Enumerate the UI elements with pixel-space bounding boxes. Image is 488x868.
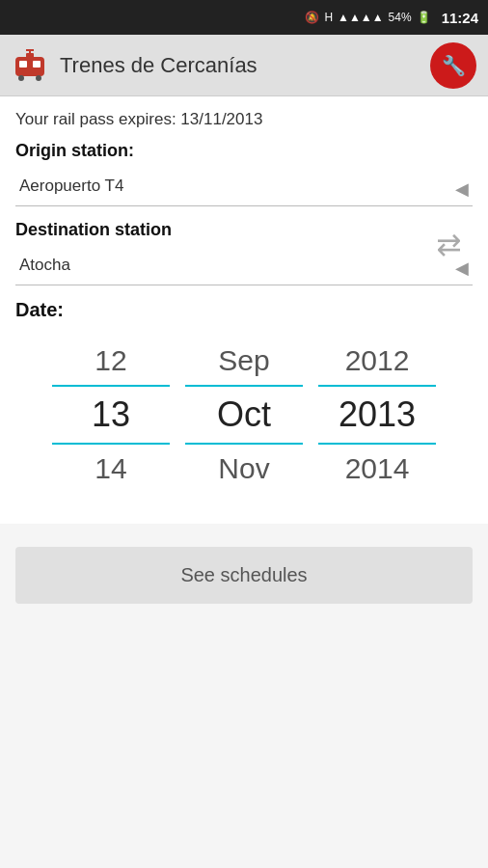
expiry-notice: Your rail pass expires: 13/11/2013 (15, 110, 473, 129)
picker-top-line (15, 385, 473, 387)
app-header: Trenes de Cercanías 🔧 (0, 35, 488, 96)
header-left: Trenes de Cercanías (12, 47, 258, 84)
picker-next-year: 2014 (311, 447, 444, 491)
picker-line-year-bottom (318, 443, 436, 445)
picker-prev-month: Sep (177, 339, 311, 383)
svg-rect-1 (19, 61, 27, 68)
see-schedules-button[interactable]: See schedules (15, 547, 473, 604)
status-bar: 🔕 H ▲▲▲▲ 54% 🔋 11:24 (0, 0, 488, 35)
origin-station-row[interactable]: Aeropuerto T4 ◀ (15, 167, 473, 206)
picker-selected-row: 13 Oct 2013 (15, 389, 473, 441)
picker-next-month: Nov (177, 447, 311, 491)
origin-station-value: Aeropuerto T4 (19, 176, 469, 196)
origin-chevron-icon: ◀ (455, 178, 469, 200)
battery-text: 54% (389, 11, 412, 24)
picker-prev-row: 12 Sep 2012 (15, 339, 473, 383)
silent-icon: 🔕 (305, 11, 319, 24)
picker-prev-year: 2012 (311, 339, 444, 383)
picker-line-month-top (185, 385, 303, 387)
picker-line-month-bottom (185, 443, 303, 445)
wrench-icon: 🔧 (442, 54, 466, 77)
svg-rect-2 (33, 61, 41, 68)
date-label: Date: (15, 299, 473, 321)
svg-point-4 (36, 75, 41, 81)
picker-selected-year: 2013 (311, 389, 444, 441)
destination-station-value: Atocha (19, 256, 469, 275)
battery-icon: 🔋 (417, 11, 431, 24)
picker-next-row: 14 Nov 2014 (15, 447, 473, 491)
swap-icon: ⇅ (429, 232, 466, 258)
signal-icon: ▲▲▲▲ (338, 11, 384, 24)
destination-label: Destination station (15, 220, 473, 240)
status-time: 11:24 (442, 10, 478, 26)
picker-bottom-line (15, 443, 473, 445)
origin-label: Origin station: (15, 141, 473, 161)
svg-point-3 (18, 75, 24, 81)
svg-rect-5 (26, 53, 34, 58)
picker-line-day-bottom (52, 443, 170, 445)
main-content: Your rail pass expires: 13/11/2013 Origi… (0, 96, 488, 524)
picker-selected-day: 13 (44, 389, 177, 441)
destination-station-row[interactable]: Atocha ◀ (15, 246, 473, 285)
picker-next-day: 14 (44, 447, 177, 491)
swap-stations-button[interactable]: ⇅ (422, 220, 473, 270)
settings-button[interactable]: 🔧 (430, 42, 476, 89)
network-icon: H (324, 11, 333, 24)
date-picker[interactable]: 12 Sep 2012 13 Oct 2013 14 Nov 2014 (15, 339, 473, 491)
picker-line-day-top (52, 385, 170, 387)
picker-line-year-top (318, 385, 436, 387)
picker-selected-month: Oct (177, 389, 311, 441)
train-icon (12, 47, 48, 84)
status-icons: 🔕 H ▲▲▲▲ 54% 🔋 11:24 (305, 10, 478, 26)
app-title: Trenes de Cercanías (60, 53, 258, 78)
picker-prev-day: 12 (44, 339, 177, 383)
